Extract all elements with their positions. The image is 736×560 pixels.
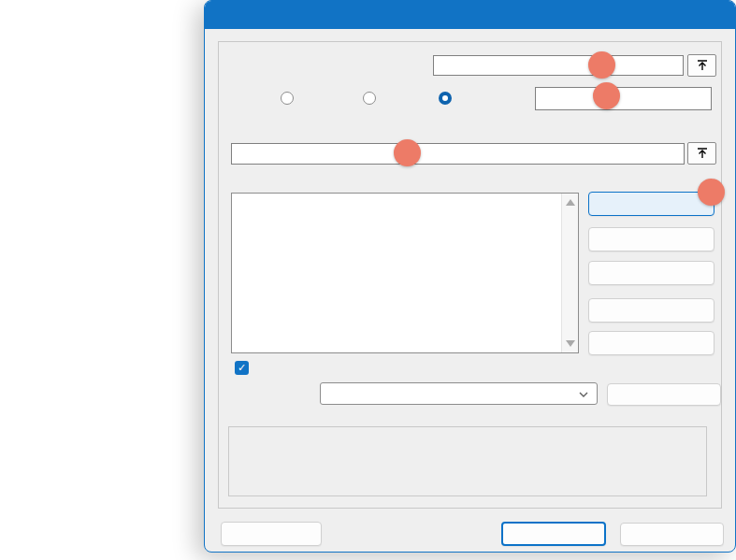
step-badge-4	[698, 179, 725, 206]
value-of-radio[interactable]	[439, 92, 452, 105]
dialog-titlebar[interactable]	[205, 1, 735, 29]
options-button[interactable]	[607, 383, 721, 406]
changing-cells-input[interactable]	[231, 143, 685, 165]
change-button[interactable]	[588, 227, 714, 251]
min-radio[interactable]	[363, 92, 376, 105]
close-button[interactable]	[620, 523, 724, 546]
delete-button[interactable]	[588, 261, 714, 285]
solver-parameters-dialog: ✓	[204, 0, 736, 553]
objective-input[interactable]	[433, 55, 684, 76]
value-of-input[interactable]	[535, 87, 712, 110]
add-button[interactable]	[588, 192, 714, 216]
solving-method-dropdown[interactable]	[320, 382, 598, 405]
step-badge-2	[593, 82, 620, 109]
chevron-down-icon	[578, 390, 589, 399]
arrow-up-to-bar-icon	[696, 59, 709, 72]
close-icon[interactable]	[707, 6, 728, 24]
solving-method-groupbox	[228, 426, 707, 496]
arrow-up-to-bar-icon	[696, 147, 709, 160]
constraints-listbox[interactable]	[231, 193, 579, 353]
non-negative-checkbox[interactable]: ✓	[235, 361, 249, 375]
scrollbar[interactable]	[561, 194, 578, 352]
step-badge-1	[588, 51, 615, 79]
max-radio[interactable]	[281, 92, 294, 105]
spreadsheet	[0, 0, 206, 560]
solve-button[interactable]	[501, 522, 606, 546]
scroll-up-icon[interactable]	[566, 199, 575, 206]
collapse-dialog-button-changing[interactable]	[687, 142, 716, 165]
load-save-button[interactable]	[588, 331, 714, 355]
scroll-down-icon[interactable]	[566, 340, 575, 347]
collapse-dialog-button-objective[interactable]	[687, 54, 716, 77]
reset-all-button[interactable]	[588, 298, 714, 323]
step-badge-3	[394, 139, 421, 166]
help-button[interactable]	[221, 522, 322, 546]
